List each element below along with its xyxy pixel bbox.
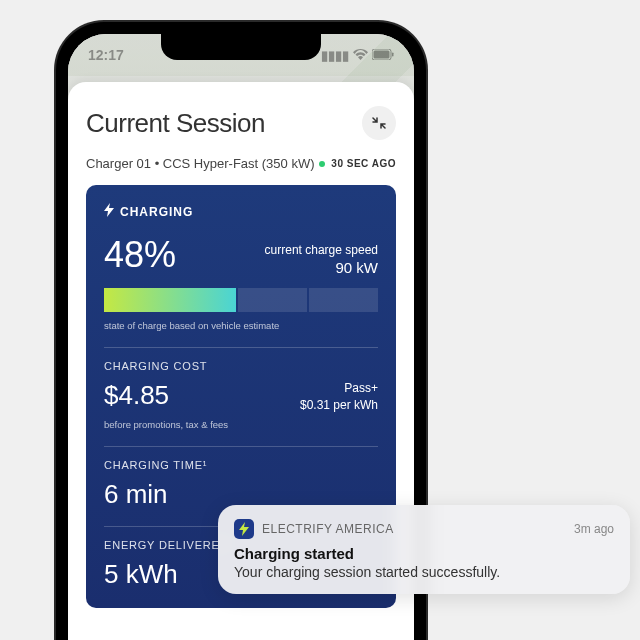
notif-time: 3m ago <box>574 522 614 536</box>
app-icon <box>234 519 254 539</box>
bolt-icon <box>104 203 114 220</box>
charging-status-label: CHARGING <box>120 205 193 219</box>
divider <box>104 347 378 348</box>
soc-segment <box>309 288 378 312</box>
notif-title: Charging started <box>234 545 614 562</box>
divider <box>104 446 378 447</box>
cost-label: CHARGING COST <box>104 360 378 372</box>
notch <box>161 34 321 60</box>
soc-percent: 48% <box>104 234 176 276</box>
collapse-button[interactable] <box>362 106 396 140</box>
notif-body: Your charging session started successful… <box>234 564 614 580</box>
time-label: CHARGING TIME¹ <box>104 459 378 471</box>
soc-segment <box>238 288 307 312</box>
live-dot-icon <box>319 161 325 167</box>
plan-name: Pass+ <box>300 380 378 397</box>
soc-progress <box>104 288 378 312</box>
collapse-icon <box>372 116 386 130</box>
cost-value: $4.85 <box>104 380 228 411</box>
charger-subtitle: Charger 01 • CCS Hyper-Fast (350 kW) <box>86 156 315 171</box>
speed-value: 90 kW <box>265 259 378 276</box>
soc-note: state of charge based on vehicle estimat… <box>104 320 378 331</box>
updated-badge: 30 SEC AGO <box>319 158 396 169</box>
cost-note: before promotions, tax & fees <box>104 419 228 430</box>
push-notification[interactable]: ELECTRIFY AMERICA 3m ago Charging starte… <box>218 505 630 594</box>
page-title: Current Session <box>86 108 265 139</box>
speed-label: current charge speed <box>265 243 378 257</box>
plan-rate: $0.31 per kWh <box>300 397 378 414</box>
updated-ago: 30 SEC AGO <box>331 158 396 169</box>
soc-progress-fill <box>104 288 236 312</box>
notif-app-name: ELECTRIFY AMERICA <box>262 522 566 536</box>
